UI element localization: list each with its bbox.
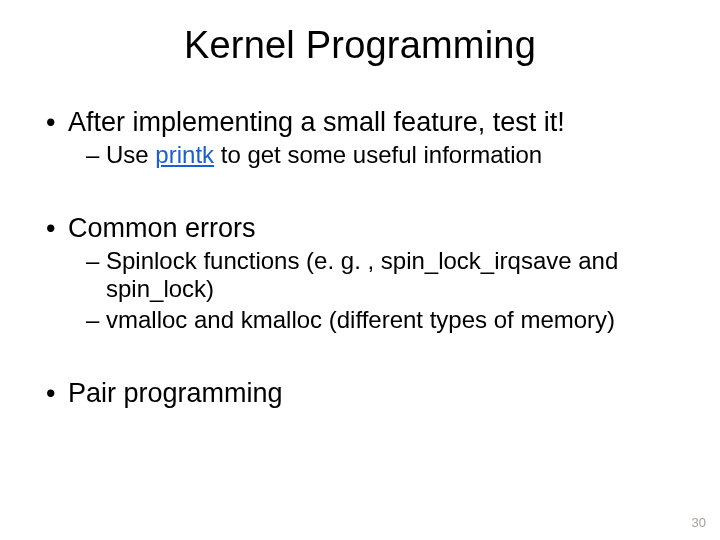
page-number: 30 bbox=[692, 515, 706, 530]
bullet-text: Pair programming bbox=[68, 378, 283, 408]
bullet-test-feature: •After implementing a small feature, tes… bbox=[46, 107, 674, 139]
bullet-text: Common errors bbox=[68, 213, 256, 243]
subbullet-vmalloc: –vmalloc and kmalloc (different types of… bbox=[86, 306, 674, 334]
bullet-pair-programming: •Pair programming bbox=[46, 378, 674, 410]
spacer bbox=[46, 336, 674, 362]
bullet-dot-icon: • bbox=[46, 107, 68, 139]
dash-icon: – bbox=[86, 306, 106, 334]
subbullet-prefix: Use bbox=[106, 141, 155, 168]
dash-icon: – bbox=[86, 247, 106, 275]
dash-icon: – bbox=[86, 141, 106, 169]
subbullet-printk: –Use printk to get some useful informati… bbox=[86, 141, 674, 169]
subbullet-suffix: to get some useful information bbox=[214, 141, 542, 168]
subbullet-line1: Spinlock functions (e. g. , spin_lock_ir… bbox=[106, 247, 618, 274]
spacer bbox=[46, 171, 674, 197]
slide-body: •After implementing a small feature, tes… bbox=[0, 67, 720, 410]
slide: Kernel Programming •After implementing a… bbox=[0, 0, 720, 540]
subbullet-text: vmalloc and kmalloc (different types of … bbox=[106, 306, 615, 333]
bullet-text: After implementing a small feature, test… bbox=[68, 107, 565, 137]
slide-title: Kernel Programming bbox=[0, 0, 720, 67]
subbullet-line2: spin_lock) bbox=[106, 275, 674, 303]
bullet-dot-icon: • bbox=[46, 378, 68, 410]
subbullet-spinlock: –Spinlock functions (e. g. , spin_lock_i… bbox=[86, 247, 674, 304]
bullet-common-errors: •Common errors bbox=[46, 213, 674, 245]
printk-link[interactable]: printk bbox=[155, 141, 214, 168]
bullet-dot-icon: • bbox=[46, 213, 68, 245]
